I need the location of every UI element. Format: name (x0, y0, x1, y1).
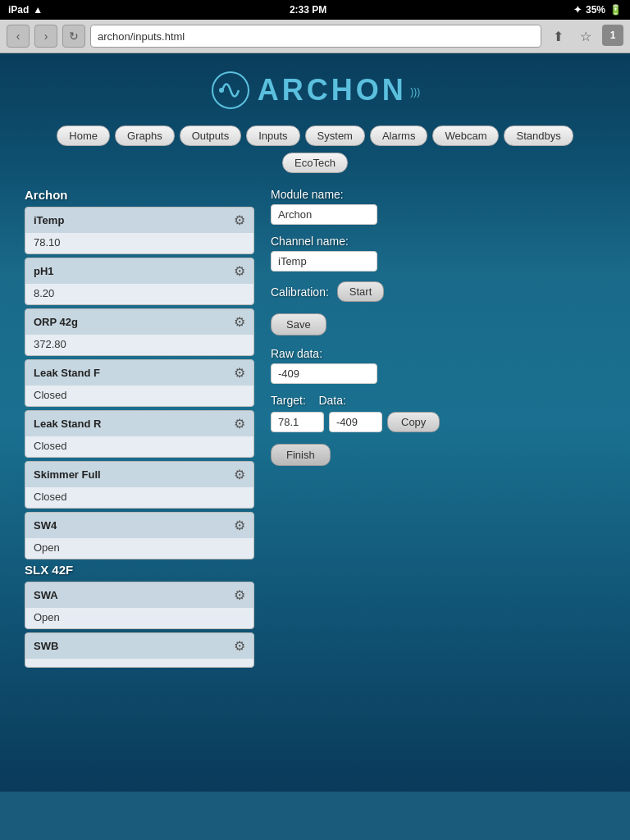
target-section: Target: Data: 78.1 -409 Copy (271, 394, 605, 432)
sensor-orp-name: ORP 42g (34, 316, 78, 328)
sensor-itemp-value: 78.10 (25, 233, 253, 253)
archon-module-header: Archon (25, 188, 254, 202)
nav-webcam[interactable]: Webcam (432, 126, 499, 146)
battery-icon: 🔋 (609, 4, 622, 16)
target-label-text: Target: (271, 394, 306, 407)
channel-name-input[interactable] (271, 251, 377, 272)
module-name-section: Module name: (271, 188, 605, 225)
nav-home[interactable]: Home (57, 126, 110, 146)
sensor-leak-stand-f: Leak Stand F ⚙ Closed (25, 359, 254, 407)
raw-data-section: Raw data: -409 (271, 347, 605, 394)
sensor-sw4-value: Open (25, 538, 253, 559)
sensor-swa-value: Open (25, 608, 253, 628)
target-inputs: 78.1 -409 Copy (271, 412, 605, 432)
finish-button[interactable]: Finish (271, 444, 331, 466)
finish-section: Finish (271, 444, 605, 466)
sensor-swa-gear[interactable]: ⚙ (234, 587, 245, 603)
save-button[interactable]: Save (271, 313, 326, 336)
sensor-leak-stand-r: Leak Stand R ⚙ Closed (25, 410, 254, 458)
nav-outputs[interactable]: Outputs (180, 126, 242, 146)
nav-graphs[interactable]: Graphs (115, 126, 175, 146)
sensor-leak-stand-f-name: Leak Stand F (34, 367, 100, 379)
sensor-swa: SWA ⚙ Open (25, 582, 254, 629)
raw-data-label: Raw data: (271, 347, 605, 360)
main-content: Archon iTemp ⚙ 78.10 pH1 ⚙ 8.20 (0, 180, 630, 679)
bookmark-button[interactable]: ☆ (574, 25, 597, 48)
svg-point-1 (219, 88, 224, 93)
nav-inputs[interactable]: Inputs (246, 126, 299, 146)
sensor-itemp: iTemp ⚙ 78.10 (25, 207, 254, 254)
sensor-ph1-value: 8.20 (25, 284, 253, 304)
nav-ecotech[interactable]: EcoTech (282, 153, 348, 173)
slx-module: SLX 42F SWA ⚙ Open SWB ⚙ (25, 563, 254, 668)
calibration-section: Calibration: Start (271, 281, 605, 302)
reload-button[interactable]: ↻ (62, 25, 85, 48)
sensor-leak-stand-f-gear[interactable]: ⚙ (234, 365, 245, 381)
sensor-swb: SWB ⚙ (25, 632, 254, 668)
wifi-icon: ▲ (33, 4, 43, 16)
sensor-sw4-name: SW4 (34, 519, 57, 532)
back-button[interactable]: ‹ (7, 25, 30, 48)
nav-system[interactable]: System (305, 126, 365, 146)
sensor-swa-name: SWA (34, 589, 58, 601)
sensor-leak-stand-f-header: Leak Stand F ⚙ (25, 360, 253, 386)
address-bar[interactable]: archon/inputs.html (90, 25, 541, 48)
channel-name-label: Channel name: (271, 235, 605, 248)
logo-text: ARCHON ))) (258, 73, 420, 107)
status-right: ✦ 35% 🔋 (573, 4, 622, 16)
save-section: Save (271, 313, 605, 347)
sensor-skimmer-gear[interactable]: ⚙ (234, 467, 245, 482)
sensor-ph1-header: pH1 ⚙ (25, 258, 253, 284)
sensor-swb-gear[interactable]: ⚙ (234, 638, 245, 654)
status-bar: iPad ▲ 2:33 PM ✦ 35% 🔋 (0, 0, 630, 20)
sensor-sw4: SW4 ⚙ Open (25, 512, 254, 559)
sensor-itemp-name: iTemp (34, 214, 64, 226)
left-panel: Archon iTemp ⚙ 78.10 pH1 ⚙ 8.20 (25, 188, 254, 671)
forward-button[interactable]: › (34, 25, 57, 48)
url-text: archon/inputs.html (98, 30, 185, 43)
nav-row-1: Home Graphs Outputs Inputs System Alarms… (0, 119, 630, 149)
tab-count[interactable]: 1 (602, 25, 623, 46)
carrier-label: iPad (8, 4, 29, 16)
sensor-swb-value (25, 659, 253, 667)
sensor-leak-stand-f-value: Closed (25, 386, 253, 406)
nav-alarms[interactable]: Alarms (370, 126, 427, 146)
sensor-swb-header: SWB ⚙ (25, 633, 253, 659)
sensor-skimmer-header: Skimmer Full ⚙ (25, 462, 253, 487)
module-name-label: Module name: (271, 188, 605, 201)
browser-bar: ‹ › ↻ archon/inputs.html ⬆ ☆ 1 (0, 20, 630, 53)
sensor-swa-header: SWA ⚙ (25, 582, 253, 608)
copy-button[interactable]: Copy (387, 412, 440, 432)
time-display: 2:33 PM (290, 4, 326, 16)
browser-icons: ⬆ ☆ 1 (546, 25, 623, 48)
sensor-orp-header: ORP 42g ⚙ (25, 309, 253, 335)
sensor-leak-stand-r-name: Leak Stand R (34, 418, 101, 430)
sensor-skimmer: Skimmer Full ⚙ Closed (25, 461, 254, 509)
start-button[interactable]: Start (337, 281, 384, 302)
sensor-orp-gear[interactable]: ⚙ (234, 314, 245, 330)
sensor-leak-stand-r-value: Closed (25, 436, 253, 457)
sensor-ph1-gear[interactable]: ⚙ (234, 263, 245, 279)
logo-area: ARCHON ))) (0, 53, 630, 119)
sensor-orp-value: 372.80 (25, 335, 253, 355)
raw-data-value: -409 (271, 363, 377, 384)
sensor-itemp-header: iTemp ⚙ (25, 208, 253, 233)
nav-standbys[interactable]: Standbys (504, 126, 573, 146)
sensor-leak-stand-r-gear[interactable]: ⚙ (234, 416, 245, 431)
sensor-skimmer-name: Skimmer Full (34, 468, 101, 481)
channel-name-section: Channel name: (271, 235, 605, 272)
module-name-input[interactable] (271, 204, 377, 225)
status-left: iPad ▲ (8, 4, 43, 16)
sensor-sw4-gear[interactable]: ⚙ (234, 518, 245, 533)
bluetooth-icon: ✦ (573, 4, 582, 16)
sensor-itemp-gear[interactable]: ⚙ (234, 212, 245, 228)
share-button[interactable]: ⬆ (546, 25, 569, 48)
sensor-orp: ORP 42g ⚙ 372.80 (25, 308, 254, 356)
page-background: ARCHON ))) Home Graphs Outputs Inputs Sy… (0, 53, 630, 792)
calibration-label: Calibration: (271, 285, 329, 299)
target-data-label: Target: Data: (271, 394, 605, 407)
sensor-ph1: pH1 ⚙ 8.20 (25, 258, 254, 305)
target-value: 78.1 (271, 412, 324, 432)
battery-level: 35% (586, 4, 605, 16)
archon-module: Archon iTemp ⚙ 78.10 pH1 ⚙ 8.20 (25, 188, 254, 559)
